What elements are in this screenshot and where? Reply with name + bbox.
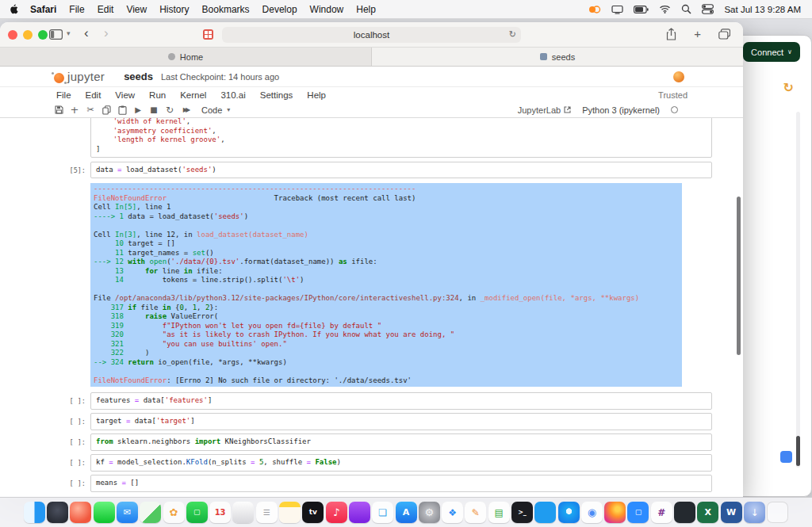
share-icon[interactable]	[666, 28, 676, 40]
wifi-icon[interactable]	[659, 5, 671, 13]
save-button[interactable]	[51, 103, 67, 117]
menubar-item-develop[interactable]: Develop	[256, 4, 304, 15]
dock-icon-maps[interactable]	[140, 502, 161, 523]
menubar-item-view[interactable]: View	[120, 4, 153, 15]
dock-icon-messages[interactable]	[94, 502, 115, 523]
dock-icon-contacts[interactable]	[232, 502, 254, 523]
dock-icon-pages[interactable]: ✎	[465, 502, 486, 523]
connect-button[interactable]: Connect ∨	[743, 42, 800, 62]
display-mirroring-icon[interactable]	[611, 5, 623, 14]
panel-refresh-icon[interactable]: ↻	[783, 80, 794, 95]
menubar-item-history[interactable]: History	[153, 4, 195, 15]
jp-menu-edit[interactable]: Edit	[79, 90, 109, 100]
interrupt-kernel-button[interactable]: ■	[146, 103, 162, 117]
dock-icon-app-store[interactable]: A	[396, 502, 417, 523]
menubar-item-help[interactable]: Help	[350, 4, 382, 15]
notebook-scrollbar-thumb[interactable]	[737, 197, 741, 355]
search-icon[interactable]	[681, 4, 691, 14]
battery-icon[interactable]	[634, 6, 649, 13]
dock-icon-music[interactable]: ♪	[326, 502, 347, 523]
dock-icon-slack[interactable]: #	[651, 502, 672, 523]
dock-icon-firefox[interactable]	[604, 502, 626, 523]
dock-icon-downloads[interactable]: ↓	[744, 502, 765, 523]
dock-icon-freeform[interactable]: ❏	[372, 502, 393, 523]
extension-avatar-icon[interactable]	[673, 71, 684, 82]
close-window-button[interactable]	[8, 30, 17, 40]
dock-icon-trash[interactable]	[767, 502, 788, 523]
code-editor[interactable]: features = data['features']	[90, 392, 712, 410]
code-editor[interactable]: 'width of kernel', 'asymmetry coefficien…	[90, 118, 712, 158]
dock-icon-chrome[interactable]: ◉	[581, 502, 603, 523]
dock-icon-launchpad[interactable]	[47, 502, 68, 523]
jp-menu-file[interactable]: File	[49, 90, 79, 100]
forward-button[interactable]: ›	[104, 25, 109, 41]
apple-menu-icon[interactable]	[8, 3, 19, 15]
dock-icon-siri[interactable]	[70, 502, 91, 523]
dock-icon-facetime[interactable]: ▢	[186, 502, 208, 523]
dock-icon-excel[interactable]: X	[697, 502, 718, 523]
dock-icon-vscode[interactable]	[534, 502, 556, 523]
back-button[interactable]: ‹	[84, 25, 89, 41]
menubar-item-edit[interactable]: Edit	[91, 4, 121, 15]
jp-menu-kernel[interactable]: Kernel	[173, 90, 213, 100]
menubar-item-file[interactable]: File	[63, 4, 90, 15]
copy-cell-button[interactable]	[98, 103, 114, 117]
tab-seeds[interactable]: seeds	[372, 48, 743, 66]
restart-run-all-button[interactable]: ▶▶	[178, 103, 193, 117]
restart-kernel-button[interactable]: ↻	[162, 103, 178, 117]
dock-icon-word[interactable]: W	[721, 502, 742, 523]
tab-overview-icon[interactable]	[718, 29, 730, 40]
dock-icon-finder[interactable]	[24, 502, 45, 523]
zoom-window-button[interactable]	[38, 30, 48, 40]
menubar-item-bookmarks[interactable]: Bookmarks	[196, 4, 256, 15]
reload-icon[interactable]: ↻	[509, 29, 516, 40]
trusted-badge[interactable]: Trusted	[658, 90, 688, 100]
sidebar-icon[interactable]	[49, 29, 63, 40]
sidebar-chevron-icon[interactable]: ▾	[67, 29, 71, 37]
cell-type-dropdown[interactable]: Code ▾	[201, 105, 230, 115]
panel-scrollbar-thumb[interactable]	[796, 436, 800, 466]
dock-icon-photos[interactable]: ✿	[163, 502, 185, 523]
jp-menu-view[interactable]: View	[108, 90, 142, 100]
dock-icon-keynote[interactable]: ❖	[442, 502, 463, 523]
dock-icon-mail[interactable]: ✉	[117, 502, 138, 523]
code-editor[interactable]: target = data['target']	[90, 413, 712, 430]
kernel-name[interactable]: Python 3 (ipykernel)	[582, 105, 660, 115]
menubar-item-window[interactable]: Window	[304, 4, 350, 15]
dock-icon-zoom[interactable]: ▢	[627, 502, 649, 523]
screen-recording-indicator-icon[interactable]	[588, 5, 601, 14]
dock-icon-calendar[interactable]: 13	[209, 502, 231, 523]
run-cell-button[interactable]: ▶	[130, 103, 146, 117]
panel-scroll-button[interactable]	[780, 451, 792, 463]
code-editor[interactable]: means = []	[90, 475, 712, 492]
dock-icon-podcasts[interactable]	[349, 502, 370, 523]
dock-icon-github[interactable]	[674, 502, 695, 523]
jp-menu-310.ai[interactable]: 310.ai	[213, 90, 252, 100]
dock-icon-tv[interactable]: tv	[302, 502, 324, 523]
new-tab-button[interactable]: +	[694, 27, 701, 41]
cut-cell-button[interactable]: ✂	[82, 103, 98, 117]
code-editor[interactable]: data = load_dataset('seeds')	[90, 162, 712, 179]
dock-icon-terminal[interactable]: >_	[511, 502, 533, 523]
panel-scrollbar-track[interactable]	[796, 112, 800, 468]
jp-menu-run[interactable]: Run	[142, 90, 173, 100]
paste-cell-button[interactable]	[114, 103, 130, 117]
dock-icon-numbers[interactable]: ▤	[488, 502, 510, 523]
tab-home[interactable]: Home	[0, 48, 372, 66]
error-traceback-output[interactable]: ----------------------------------------…	[90, 183, 682, 387]
jp-menu-settings[interactable]: Settings	[253, 90, 301, 100]
control-center-icon[interactable]	[702, 4, 714, 14]
dock-icon-system-settings[interactable]: ⚙	[419, 502, 440, 523]
code-editor[interactable]: from sklearn.neighbors import KNeighbors…	[90, 433, 712, 451]
extension-icon[interactable]	[203, 29, 213, 40]
jupyter-logo[interactable]: jupyter	[54, 70, 105, 83]
menubar-clock[interactable]: Sat Jul 13 9:28 AM	[724, 5, 801, 14]
minimize-window-button[interactable]	[23, 30, 33, 40]
add-cell-button[interactable]: +	[67, 103, 82, 117]
menubar-item-safari[interactable]: Safari	[24, 4, 63, 15]
dock-icon-safari[interactable]	[558, 502, 580, 523]
dock-icon-reminders[interactable]: ☰	[256, 502, 278, 523]
dock-icon-notes[interactable]	[279, 502, 301, 523]
jp-menu-help[interactable]: Help	[300, 90, 333, 100]
address-bar[interactable]: localhost ↻	[222, 27, 521, 43]
